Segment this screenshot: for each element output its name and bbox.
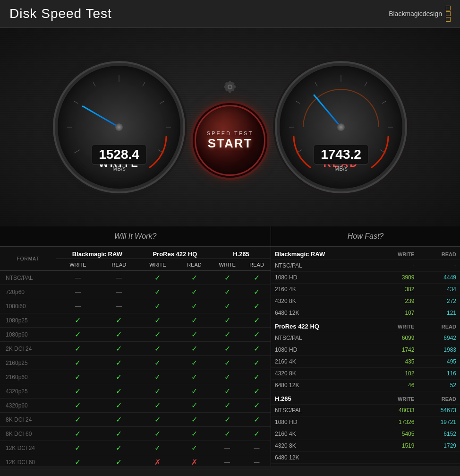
row-check-cell: ✓: [243, 413, 271, 427]
checkmark-icon: ✓: [154, 387, 161, 395]
fast-row-label: 6480 12K: [271, 452, 375, 464]
row-check-cell: ✓: [177, 356, 212, 370]
fast-write-value: 107: [375, 307, 418, 319]
checkmark-icon: ✓: [224, 302, 230, 310]
start-button[interactable]: SPEED TEST START: [195, 105, 265, 176]
row-check-cell: ✓: [56, 427, 100, 441]
fast-data-row: 2160 4K 382 434: [271, 284, 460, 295]
checkmark-icon: ✓: [75, 444, 81, 452]
row-check-cell: —: [212, 441, 243, 455]
row-check-cell: ✓: [177, 285, 212, 299]
brand-logo: [446, 6, 451, 22]
row-check-cell: ✓: [138, 427, 177, 441]
fast-write-value: 5405: [375, 428, 418, 440]
checkmark-icon: ✓: [224, 288, 230, 296]
how-fast-header: How Fast?: [271, 226, 460, 247]
row-check-cell: ✗: [138, 455, 177, 469]
fast-write-value: 382: [375, 284, 418, 295]
brand-logo-square-3: [446, 17, 451, 22]
row-check-cell: ✓: [212, 285, 243, 299]
prores-read-header: READ: [177, 259, 212, 271]
checkmark-icon: ✓: [254, 302, 260, 310]
fast-write-col-header: WRITE: [375, 391, 418, 405]
row-check-cell: ✓: [212, 427, 243, 441]
row-check-cell: ✓: [177, 398, 212, 413]
row-check-cell: ✓: [177, 328, 212, 342]
fast-data-row: 2160 4K 435 495: [271, 356, 460, 368]
will-table-row: 12K DCI 24✓✓✓✓——: [0, 441, 271, 455]
row-check-cell: ✓: [212, 384, 243, 398]
row-check-cell: —: [100, 299, 138, 313]
row-check-cell: ✓: [243, 384, 271, 398]
row-format-label: 1080i60: [0, 299, 56, 313]
checkmark-icon: ✓: [154, 316, 161, 324]
gear-icon[interactable]: [221, 78, 239, 95]
row-check-cell: —: [212, 455, 243, 469]
svg-line-3: [93, 82, 95, 87]
checkmark-icon: ✓: [224, 401, 230, 409]
fast-write-value: 48033: [375, 405, 418, 416]
title-bar: Disk Speed Test Blackmagicdesign: [0, 0, 460, 28]
fast-write-value: 102: [375, 368, 418, 380]
row-check-cell: ✓: [243, 271, 271, 285]
svg-line-6: [160, 101, 164, 104]
fast-write-value: 435: [375, 356, 418, 368]
checkmark-icon: ✓: [254, 373, 260, 381]
checkmark-icon: ✓: [191, 274, 197, 282]
row-check-cell: ✓: [243, 285, 271, 299]
will-table-row: 4320p25✓✓✓✓✓✓: [0, 384, 271, 398]
checkmark-icon: ✓: [254, 430, 260, 438]
row-format-label: 4320p25: [0, 384, 56, 398]
will-table-row: NTSC/PAL——✓✓✓✓: [0, 271, 271, 285]
checkmark-icon: ✓: [224, 387, 230, 395]
fast-data-row: 6480 12K: [271, 452, 460, 464]
row-check-cell: ✗: [177, 455, 212, 469]
row-check-cell: ✓: [177, 299, 212, 313]
checkmark-icon: ✓: [154, 302, 161, 310]
checkmark-icon: ✓: [191, 387, 197, 395]
write-value: 1528.4: [92, 145, 146, 164]
checkmark-icon: ✓: [75, 373, 81, 381]
checkmark-icon: ✓: [224, 373, 230, 381]
row-check-cell: ✓: [212, 398, 243, 413]
will-it-work-table: FORMAT Blackmagic RAW ProRes 422 HQ H.26…: [0, 247, 271, 469]
checkmark-icon: ✓: [224, 274, 230, 282]
fast-row-label: 1080 HD: [271, 416, 375, 428]
will-table-header-row-1: FORMAT Blackmagic RAW ProRes 422 HQ H.26…: [0, 247, 271, 259]
row-check-cell: ✓: [100, 384, 138, 398]
fast-read-value: 6942: [418, 332, 460, 344]
fast-write-value: 1519: [375, 440, 418, 452]
will-table-row: 2160p60✓✓✓✓✓✓: [0, 370, 271, 384]
checkmark-icon: ✓: [75, 359, 81, 367]
checkmark-icon: ✓: [154, 359, 161, 367]
fast-read-col-header: READ: [418, 247, 460, 260]
fast-group-name: H.265: [271, 391, 375, 405]
fast-write-value: 17326: [375, 416, 418, 428]
will-table-row: 2K DCI 24✓✓✓✓✓✓: [0, 342, 271, 356]
checkmark-icon: ✓: [75, 415, 81, 424]
row-check-cell: ✓: [177, 271, 212, 285]
cross-icon: ✗: [154, 458, 161, 466]
fast-row-label: 2160 4K: [271, 284, 375, 295]
row-check-cell: ✓: [138, 271, 177, 285]
fast-row-label: NTSC/PAL: [271, 405, 375, 416]
cross-icon: ✗: [191, 458, 197, 466]
row-check-cell: —: [56, 285, 100, 299]
row-check-cell: ✓: [56, 313, 100, 328]
read-needle-center: [337, 123, 345, 131]
fast-data-row: 6480 12K 107 121: [271, 307, 460, 319]
fast-write-value: 3909: [375, 272, 418, 284]
read-gauge-container: READ 1743.2 MB/s: [280, 66, 402, 189]
row-check-cell: ✓: [138, 313, 177, 328]
fast-write-value: 1742: [375, 344, 418, 356]
checkmark-icon: ✓: [154, 415, 161, 424]
row-check-cell: ✓: [56, 398, 100, 413]
svg-line-15: [382, 101, 386, 104]
row-check-cell: ✓: [100, 356, 138, 370]
svg-line-12: [315, 82, 317, 87]
fast-write-col-header: WRITE: [375, 319, 418, 332]
read-gauge: READ 1743.2 MB/s: [280, 66, 402, 189]
checkmark-icon: ✓: [191, 430, 197, 438]
row-check-cell: ✓: [243, 299, 271, 313]
tables-section: Will It Work? FORMAT Blackmagic RAW ProR…: [0, 226, 460, 466]
